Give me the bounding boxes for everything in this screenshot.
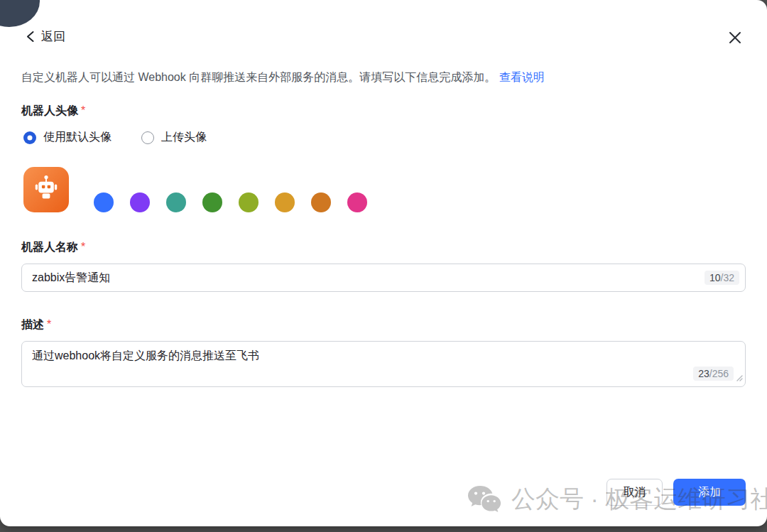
radio-upload-avatar-label: 上传头像 [161, 130, 207, 145]
avatar-mode-radio-group: 使用默认头像 上传头像 [23, 130, 207, 145]
resize-handle-icon[interactable] [736, 371, 743, 384]
add-button[interactable]: 添加 [673, 479, 746, 506]
avatar-color-swatch[interactable] [94, 192, 114, 212]
view-docs-link[interactable]: 查看说明 [499, 71, 545, 83]
avatar-color-swatch[interactable] [130, 192, 150, 212]
close-icon[interactable] [726, 28, 744, 47]
description-field-label: 描述* [21, 317, 51, 332]
avatar-color-list [94, 192, 367, 212]
required-mark: * [81, 241, 85, 253]
radio-icon[interactable] [23, 131, 36, 144]
avatar-color-swatch[interactable] [239, 192, 259, 212]
required-mark: * [81, 104, 85, 116]
avatar-color-swatch[interactable] [311, 192, 331, 212]
bot-name-input[interactable] [22, 264, 705, 291]
radio-upload-avatar[interactable]: 上传头像 [141, 130, 207, 145]
back-button[interactable]: 返回 [26, 28, 65, 45]
bot-description-field: 通过webhook将自定义服务的消息推送至飞书 23/256 [21, 341, 746, 387]
add-bot-dialog: 返回 自定义机器人可以通过 Webhook 向群聊推送来自外部服务的消息。请填写… [0, 0, 767, 526]
bot-name-field: 10/32 [21, 264, 746, 292]
chevron-left-icon [26, 31, 35, 43]
radio-icon[interactable] [141, 131, 154, 144]
cancel-button[interactable]: 取消 [606, 479, 663, 506]
avatar-color-swatch[interactable] [202, 192, 222, 212]
name-char-counter: 10/32 [705, 271, 739, 285]
avatar-color-swatch[interactable] [166, 192, 186, 212]
robot-icon [30, 172, 62, 207]
back-label: 返回 [41, 28, 65, 45]
avatar-color-swatch[interactable] [347, 192, 367, 212]
avatar-color-swatch[interactable] [275, 192, 295, 212]
required-mark: * [47, 318, 51, 330]
avatar-field-label: 机器人头像* [21, 104, 85, 119]
intro-text: 自定义机器人可以通过 Webhook 向群聊推送来自外部服务的消息。请填写以下信… [21, 70, 746, 85]
page: { "dialog": { "back_label": "返回", "intro… [0, 0, 767, 532]
bot-description-input[interactable]: 通过webhook将自定义服务的消息推送至飞书 [22, 342, 745, 386]
description-char-counter: 23/256 [693, 367, 734, 381]
radio-default-avatar[interactable]: 使用默认头像 [23, 130, 111, 145]
name-field-label: 机器人名称* [21, 240, 85, 255]
radio-default-avatar-label: 使用默认头像 [43, 130, 111, 145]
bot-avatar-preview[interactable] [23, 167, 69, 212]
